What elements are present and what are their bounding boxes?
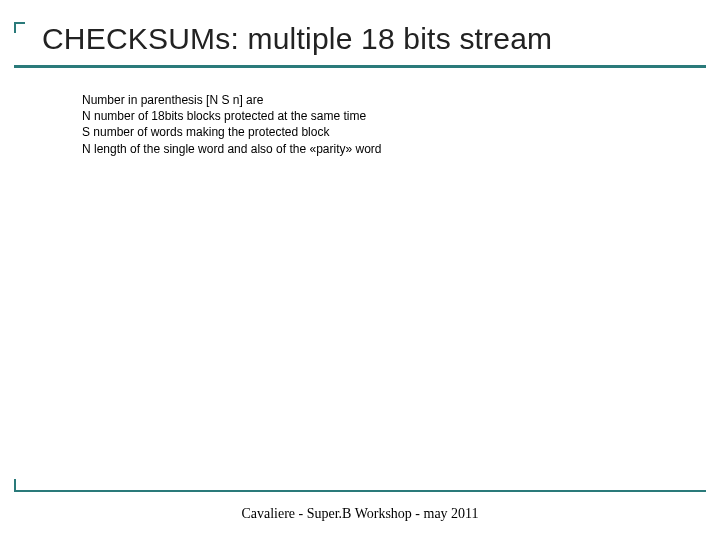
footer-text: Cavaliere - Super.B Workshop - may 2011 <box>0 506 720 522</box>
title-underline <box>14 65 706 68</box>
corner-decoration-top <box>14 22 25 33</box>
bottom-rule <box>14 490 706 492</box>
body-line-1: Number in parenthesis [N S n] are <box>82 92 660 108</box>
body-line-2: N number of 18bits blocks protected at t… <box>82 108 660 124</box>
body-line-3: S number of words making the protected b… <box>82 124 660 140</box>
slide-title: CHECKSUMs: multiple 18 bits stream <box>14 22 706 64</box>
slide: CHECKSUMs: multiple 18 bits stream Numbe… <box>0 0 720 540</box>
body-text: Number in parenthesis [N S n] are N numb… <box>82 92 660 157</box>
body-line-4: N length of the single word and also of … <box>82 141 660 157</box>
title-area: CHECKSUMs: multiple 18 bits stream <box>14 22 706 64</box>
